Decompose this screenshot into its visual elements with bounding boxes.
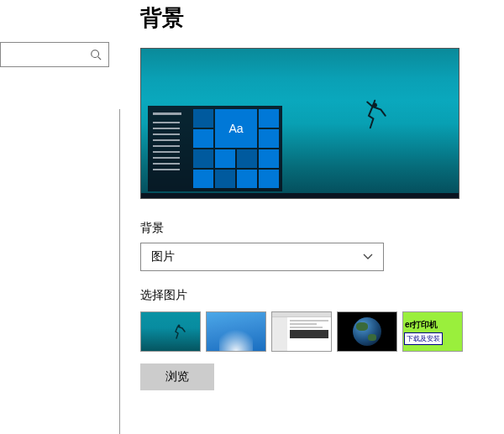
main-content: 背景 Aa: [120, 0, 504, 434]
thumbnail-text-2: 下载及安装: [405, 333, 442, 344]
page-title: 背景: [140, 3, 484, 33]
background-type-dropdown[interactable]: 图片: [140, 243, 384, 271]
thumbnail-earth[interactable]: [337, 311, 397, 352]
thumbnail-text-1: er打印机: [405, 319, 460, 331]
background-label: 背景: [140, 221, 484, 236]
svg-point-0: [92, 50, 99, 58]
browse-button[interactable]: 浏览: [140, 363, 214, 390]
search-input[interactable]: [0, 42, 109, 67]
desktop-preview: Aa: [140, 48, 459, 199]
picture-thumbnails: er打印机 下载及安装: [140, 311, 484, 352]
thumbnail-underwater[interactable]: [140, 311, 201, 352]
taskbar-preview: [141, 193, 459, 198]
svg-line-1: [98, 57, 102, 60]
swimmer-icon: [361, 99, 391, 129]
tile-aa: Aa: [215, 109, 257, 148]
search-icon: [90, 49, 102, 60]
chevron-down-icon: [363, 254, 373, 260]
thumbnail-windows-light[interactable]: [206, 311, 266, 352]
start-preview: Aa: [148, 106, 282, 191]
earth-icon: [353, 317, 381, 346]
dropdown-value: 图片: [151, 249, 175, 264]
settings-sidebar: [0, 0, 119, 434]
choose-picture-label: 选择图片: [140, 288, 484, 303]
thumbnail-document[interactable]: [271, 311, 332, 352]
thumbnail-printer-ad[interactable]: er打印机 下载及安装: [402, 311, 463, 352]
swimmer-icon: [171, 322, 188, 339]
